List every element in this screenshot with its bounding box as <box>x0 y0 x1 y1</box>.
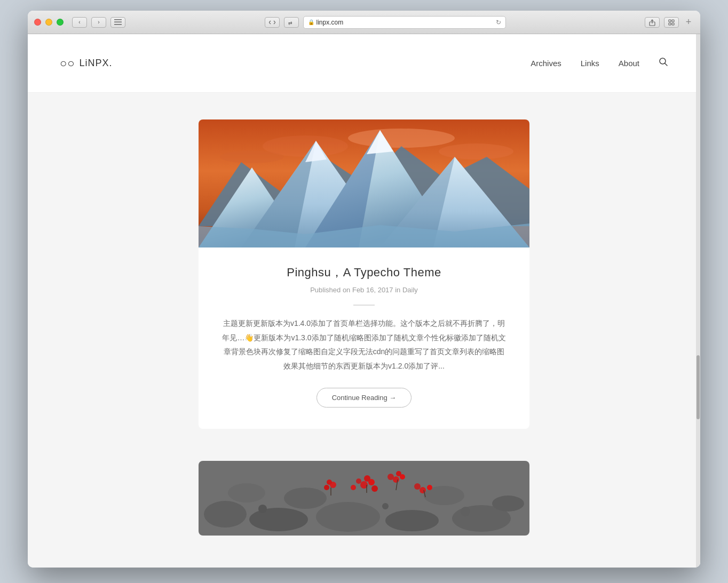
address-bar-area: ⇄ 🔒 linpx.com ↻ <box>125 16 645 29</box>
svg-line-11 <box>665 63 668 66</box>
address-bar[interactable]: 🔒 linpx.com ↻ <box>303 16 506 29</box>
tab-overview-button[interactable] <box>664 17 679 28</box>
svg-point-39 <box>382 503 389 509</box>
svg-rect-1 <box>114 22 122 23</box>
share-button[interactable] <box>645 17 660 28</box>
logo-text: LiNPX. <box>80 58 113 69</box>
continue-reading-button[interactable]: Continue Reading → <box>316 388 412 408</box>
nav-about[interactable]: About <box>619 59 639 68</box>
url-text: linpx.com <box>316 19 344 26</box>
svg-point-49 <box>387 474 394 480</box>
svg-point-56 <box>414 483 421 490</box>
forward-button[interactable]: › <box>91 17 106 28</box>
title-bar-actions: + <box>645 17 694 28</box>
svg-point-44 <box>364 475 370 482</box>
title-bar: ‹ › ⇄ � <box>28 11 700 34</box>
svg-point-55 <box>427 485 432 490</box>
svg-point-16 <box>220 150 284 163</box>
site-content: ○○ LiNPX. Archives Links About <box>28 34 700 568</box>
site-wrapper: ○○ LiNPX. Archives Links About <box>28 34 700 568</box>
site-header: ○○ LiNPX. Archives Links About <box>28 34 700 93</box>
refresh-button[interactable]: ↻ <box>496 19 501 26</box>
svg-point-53 <box>327 480 332 485</box>
lock-icon: 🔒 <box>308 19 314 25</box>
svg-text:⇄: ⇄ <box>288 20 292 26</box>
svg-point-43 <box>356 478 361 484</box>
minimize-button[interactable] <box>45 19 52 26</box>
post-card-2 <box>199 461 529 536</box>
svg-point-34 <box>228 483 265 502</box>
post-meta-1: Published on Feb 16, 2017 in Daily <box>220 286 508 294</box>
nav-controls: ‹ › <box>72 17 125 28</box>
close-button[interactable] <box>34 19 41 26</box>
back-button[interactable]: ‹ <box>72 17 87 28</box>
sidebar-button[interactable] <box>110 17 125 28</box>
svg-rect-7 <box>672 20 674 22</box>
new-tab-button[interactable]: + <box>683 17 694 28</box>
svg-point-32 <box>385 510 439 531</box>
site-nav: Archives Links About <box>531 57 668 69</box>
svg-point-35 <box>284 488 327 509</box>
svg-point-54 <box>420 487 426 493</box>
svg-point-37 <box>492 496 524 512</box>
post-image-1 <box>199 119 529 247</box>
scrollbar-thumb[interactable] <box>697 355 700 419</box>
translate-button[interactable]: ⇄ <box>284 17 299 28</box>
search-icon[interactable] <box>659 57 668 69</box>
svg-point-40 <box>461 507 470 516</box>
post-excerpt-1: 主题更新更新版本为v1.4.0添加了首页单栏选择功能。这个版本之后就不再折腾了，… <box>220 316 508 373</box>
svg-rect-0 <box>114 19 122 20</box>
nav-links[interactable]: Links <box>581 59 599 68</box>
mac-window: ‹ › ⇄ � <box>28 11 700 568</box>
post-body-1: Pinghsu，A Typecho Theme Published on Feb… <box>199 247 529 429</box>
traffic-lights <box>34 19 64 26</box>
nav-archives[interactable]: Archives <box>531 59 561 68</box>
svg-rect-9 <box>672 23 674 25</box>
code-button[interactable] <box>265 17 280 28</box>
svg-point-31 <box>316 502 380 532</box>
svg-point-45 <box>351 485 356 490</box>
svg-point-50 <box>396 471 401 476</box>
post-divider-1 <box>353 305 375 306</box>
svg-rect-8 <box>669 23 671 25</box>
post-image-2 <box>199 461 529 536</box>
main-content: Pinghsu，A Typecho Theme Published on Feb… <box>28 93 700 562</box>
site-logo: ○○ LiNPX. <box>60 57 113 70</box>
maximize-button[interactable] <box>57 19 64 26</box>
svg-point-51 <box>324 485 329 490</box>
svg-point-30 <box>249 508 308 531</box>
post-title-1: Pinghsu，A Typecho Theme <box>220 265 508 281</box>
svg-point-46 <box>371 485 378 492</box>
svg-rect-2 <box>114 24 122 25</box>
scrollbar[interactable] <box>696 34 700 568</box>
svg-point-38 <box>258 505 267 513</box>
svg-point-14 <box>348 129 455 148</box>
svg-rect-6 <box>669 20 671 22</box>
svg-point-29 <box>204 501 247 528</box>
svg-point-15 <box>439 143 513 159</box>
post-card-1: Pinghsu，A Typecho Theme Published on Feb… <box>199 119 529 429</box>
logo-icon: ○○ <box>60 57 75 70</box>
